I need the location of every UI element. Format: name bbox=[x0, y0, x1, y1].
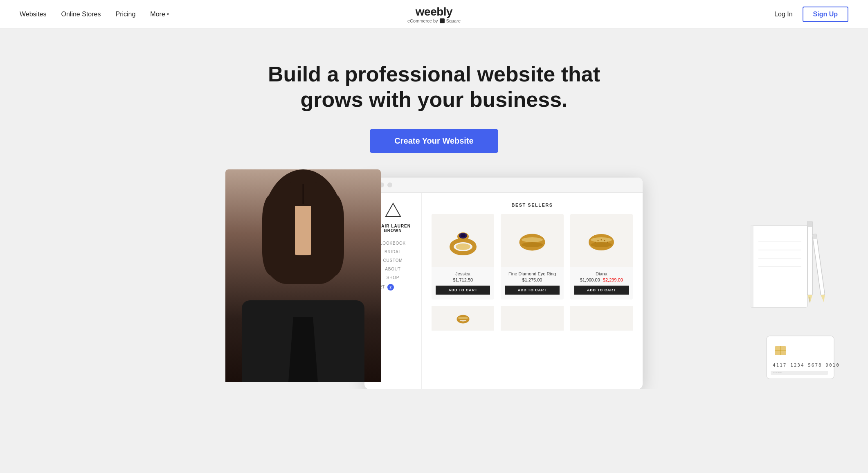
svg-rect-25 bbox=[750, 225, 753, 307]
brand-triangle-icon bbox=[385, 203, 401, 217]
product-diamond-image bbox=[501, 214, 563, 267]
svg-rect-30 bbox=[807, 221, 812, 295]
hero-section: Build a professional website that grows … bbox=[0, 29, 868, 389]
svg-point-17 bbox=[598, 240, 599, 241]
decoration-svg: 4117 1234 5678 9010 ~~~~~ bbox=[726, 217, 840, 389]
svg-point-16 bbox=[595, 241, 596, 243]
product-jessica-name: Jessica bbox=[436, 271, 490, 276]
jessica-ring-icon bbox=[447, 224, 479, 257]
svg-marker-0 bbox=[386, 203, 400, 216]
body-jacket bbox=[242, 300, 364, 382]
product-diana-info: Diana $1,900.00 $2,299.00 ADD TO CART bbox=[570, 267, 633, 300]
svg-marker-35 bbox=[821, 295, 826, 302]
logo-subtitle: eCommerce by Square bbox=[407, 18, 461, 23]
hero-headline: Build a professional website that grows … bbox=[260, 61, 608, 113]
cta-button[interactable]: Create Your Website bbox=[370, 129, 498, 153]
hero-content: BLAIR LAUREN BROWN LOOKBOOK BRIDAL CUSTO… bbox=[20, 178, 848, 389]
browser-mockup: BLAIR LAUREN BROWN LOOKBOOK BRIDAL CUSTO… bbox=[364, 178, 643, 389]
product-diamond-info: Fine Diamond Eye Ring $1,275.00 ADD TO C… bbox=[501, 267, 563, 300]
product-diamond: Fine Diamond Eye Ring $1,275.00 ADD TO C… bbox=[501, 214, 563, 300]
product-diana: Diana $1,900.00 $2,299.00 ADD TO CART bbox=[570, 214, 633, 300]
browser-dot-3 bbox=[387, 182, 392, 187]
navbar: Websites Online Stores Pricing More ▾ we… bbox=[0, 0, 868, 29]
nav-websites[interactable]: Websites bbox=[20, 11, 47, 18]
product-jessica-image bbox=[432, 214, 494, 267]
svg-point-20 bbox=[607, 241, 608, 243]
person-image bbox=[225, 169, 381, 382]
product-diamond-name: Fine Diamond Eye Ring bbox=[505, 271, 559, 276]
diamond-ring-icon bbox=[516, 224, 549, 257]
svg-rect-34 bbox=[812, 234, 825, 295]
product-jessica-info: Jessica $1,712.50 ADD TO CART bbox=[432, 267, 494, 300]
svg-rect-36 bbox=[812, 234, 817, 239]
svg-point-23 bbox=[458, 317, 468, 319]
svg-point-10 bbox=[522, 242, 543, 247]
logo-text: weebly bbox=[407, 5, 461, 18]
hair-left bbox=[262, 194, 295, 276]
best-sellers-label: BEST SELLERS bbox=[432, 203, 633, 207]
svg-point-9 bbox=[522, 237, 543, 242]
product-diamond-price: $1,275.00 bbox=[505, 277, 559, 282]
site-main-content: BEST SELLERS bbox=[422, 193, 643, 389]
product-partial-3 bbox=[570, 306, 633, 331]
decoration-illustration: 4117 1234 5678 9010 ~~~~~ bbox=[726, 217, 840, 389]
svg-point-2 bbox=[456, 243, 470, 250]
svg-rect-32 bbox=[807, 221, 812, 227]
hair-right bbox=[311, 194, 344, 276]
cart-count-badge: 2 bbox=[387, 284, 394, 291]
chevron-down-icon: ▾ bbox=[167, 12, 169, 16]
product-jessica-price: $1,712.50 bbox=[436, 277, 490, 282]
square-logo-icon bbox=[440, 18, 445, 23]
product-partial-1 bbox=[432, 306, 494, 331]
product-diana-name: Diana bbox=[574, 271, 629, 276]
product-diana-image bbox=[570, 214, 633, 267]
browser-body: BLAIR LAUREN BROWN LOOKBOOK BRIDAL CUSTO… bbox=[364, 193, 643, 389]
product-partial-2 bbox=[501, 306, 563, 331]
product-diana-price: $1,900.00 $2,299.00 bbox=[574, 277, 629, 282]
add-to-cart-diamond[interactable]: ADD TO CART bbox=[505, 286, 559, 295]
nav-links: Websites Online Stores Pricing More ▾ bbox=[20, 11, 169, 18]
body-inner bbox=[279, 317, 328, 382]
products-row2 bbox=[432, 306, 633, 331]
product-jessica: Jessica $1,712.50 ADD TO CART bbox=[432, 214, 494, 300]
products-grid: Jessica $1,712.50 ADD TO CART bbox=[432, 214, 633, 300]
login-link[interactable]: Log In bbox=[774, 11, 792, 18]
signup-button[interactable]: Sign Up bbox=[803, 7, 848, 22]
add-to-cart-diana[interactable]: ADD TO CART bbox=[574, 286, 629, 295]
add-to-cart-jessica[interactable]: ADD TO CART bbox=[436, 286, 490, 295]
nav-more[interactable]: More ▾ bbox=[150, 11, 169, 18]
svg-point-18 bbox=[601, 239, 602, 240]
nav-auth: Log In Sign Up bbox=[774, 7, 848, 22]
browser-bar bbox=[364, 178, 643, 193]
nav-pricing[interactable]: Pricing bbox=[115, 11, 135, 18]
svg-point-19 bbox=[604, 240, 605, 241]
svg-text:4117 1234 5678 9010: 4117 1234 5678 9010 bbox=[773, 363, 840, 368]
logo[interactable]: weebly eCommerce by Square bbox=[407, 5, 461, 23]
diana-ring-icon bbox=[585, 224, 618, 257]
svg-point-5 bbox=[461, 234, 465, 237]
hair-part bbox=[303, 184, 304, 204]
svg-point-15 bbox=[591, 242, 612, 247]
nav-online-stores[interactable]: Online Stores bbox=[61, 11, 101, 18]
partial-ring-icon-1 bbox=[455, 310, 471, 327]
svg-text:~~~~~: ~~~~~ bbox=[773, 371, 782, 375]
